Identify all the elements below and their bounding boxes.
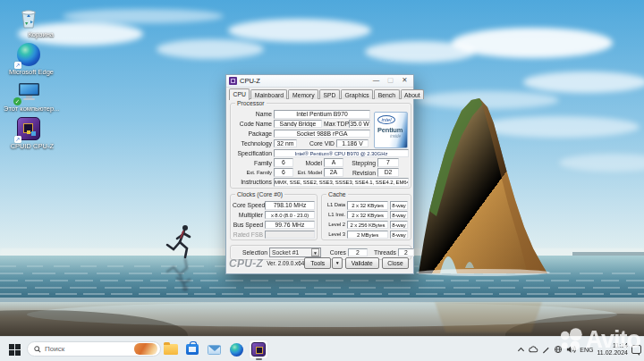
field-label: Multiplier [233,211,263,219]
group-label: Processor [235,99,267,107]
minimize-button[interactable]: — [370,76,382,86]
search-highlight-image[interactable] [134,343,157,355]
cpuz-app-icon [229,77,237,85]
search-icon [34,346,41,353]
validate-button[interactable]: Validate [345,257,379,269]
folder-icon [164,344,178,355]
field-label: Max TDP [324,120,347,128]
network-globe-icon[interactable] [554,345,563,354]
cache-group: Cache L1 Data 2 x 32 KBytes 8-way L1 Ins… [321,194,411,240]
taskbar-search[interactable]: Поиск [27,341,161,357]
tab-about[interactable]: About [401,89,425,99]
store-icon [186,344,199,355]
close-button-footer[interactable]: Close [382,257,409,269]
l2-field: 2 x 256 KBytes [347,221,388,230]
field-label: Ext. Family [233,169,272,177]
code-name-field: Sandy Bridge [274,120,322,129]
desktop-icon-label: CPUID CPU-Z [4,143,54,151]
field-label: Name [233,110,272,118]
group-label: Clocks (Core #0) [235,190,284,198]
recycle-bin-icon [15,5,42,30]
tools-button[interactable]: Tools [304,257,331,269]
field-label: L1 Data [324,201,345,209]
system-tray: ENG 11:14 11.02.2024 [517,337,641,361]
edge-icon: ↗ [15,43,42,68]
taskbar: Поиск [0,336,644,361]
field-label: Instructions [233,178,272,186]
field-label: Technology [233,139,272,147]
volume-icon[interactable] [566,345,576,354]
maximize-button: ▢ [385,76,396,86]
field-label: Stepping [345,159,376,167]
l3-field: 2 MBytes [347,231,388,239]
tab-spd[interactable]: SPD [319,89,340,99]
cpuz-footer-logo: CPU-Z [229,257,263,270]
check-badge-icon: ✓ [13,97,21,105]
desktop-icon-recycle-bin[interactable]: Корзина [4,5,54,39]
taskbar-mail[interactable] [205,340,223,358]
field-label: Level 2 [324,221,345,229]
notification-center-icon[interactable] [631,345,641,354]
family-field: 6 [274,158,293,167]
taskbar-edge[interactable] [227,340,245,358]
open-app-indicator [256,358,262,360]
field-label: Level 3 [324,231,345,239]
tab-cpu[interactable]: CPU [229,88,250,100]
taskbar-store[interactable] [183,340,201,358]
desktop-icon-edge[interactable]: ↗ Microsoft Edge [4,43,54,77]
max-tdp-field: 35.0 W [349,120,370,129]
cpu-name-field: Intel Pentium B970 [274,110,370,119]
taskbar-cpuz[interactable] [250,340,267,358]
edge-icon [230,343,243,357]
revision-field: D2 [377,168,399,177]
close-button[interactable]: ✕ [399,76,411,86]
taskbar-file-explorer[interactable] [162,340,180,358]
l3-ways-field: 8-way [390,231,408,239]
package-field: Socket 988B rPGA [274,130,370,139]
search-placeholder: Поиск [45,345,131,353]
core-speed-field: 798.10 MHz [265,201,315,210]
clock[interactable]: 11:14 11.02.2024 [597,342,628,357]
field-label: L1 Inst. [324,211,345,219]
bus-speed-field: 99.76 MHz [265,221,315,230]
start-button[interactable] [5,340,23,358]
field-label: Core VID [299,139,335,147]
mail-icon [208,345,221,355]
l1-data-ways-field: 8-way [390,201,408,210]
cpuz-titlebar[interactable]: CPU-Z — ▢ ✕ [226,75,413,88]
field-label: Code Name [233,120,272,128]
instructions-field: MMX, SSE, SSE2, SSE3, SSSE3, SSE4.1, SSE… [274,178,409,187]
core-vid-field: 1.186 V [336,139,369,148]
group-label: Cache [326,190,348,198]
tray-chevron-up-icon[interactable] [517,346,525,353]
desktop-icon-label: Microsoft Edge [4,69,54,77]
desktop-icon-label: Этот компьютер... [4,105,54,113]
field-label: Rated FSB [233,231,263,239]
clocks-group: Clocks (Core #0) Core Speed 798.10 MHz M… [230,194,318,240]
ext-family-field: 6 [274,168,293,177]
model-field: A [324,158,343,167]
l1-data-field: 2 x 32 KBytes [347,201,388,210]
windows-logo-icon [9,344,21,356]
shortcut-arrow-icon: ↗ [14,62,21,69]
desktop-icon-column: Корзина ↗ Microsoft Edge ✓ Эт [4,5,54,154]
onedrive-cloud-icon[interactable] [529,346,538,353]
field-label: Revision [345,169,376,177]
pen-icon[interactable] [542,346,550,354]
desktop-icon-this-pc[interactable]: ✓ Этот компьютер... [4,80,54,113]
desktop-icon-cpuz[interactable]: ↗ CPUID CPU-Z [4,117,54,151]
field-label: Core Speed [233,201,263,209]
language-indicator[interactable]: ENG [580,347,593,353]
tray-date: 11.02.2024 [597,349,628,357]
field-label: Model [295,159,322,167]
tray-time: 11:14 [597,342,628,349]
tools-dropdown-arrow[interactable]: ▼ [332,257,343,269]
tab-bench[interactable]: Bench [374,89,399,99]
tab-mainboard[interactable]: Mainboard [250,89,287,99]
tab-graphics[interactable]: Graphics [341,89,373,99]
field-label: Specification [233,149,272,157]
cpuz-window: CPU-Z — ▢ ✕ CPUMainboardMemorySPDGraphic… [225,74,414,274]
stepping-field: 7 [377,158,399,167]
tab-memory[interactable]: Memory [288,89,318,99]
cpuz-icon [251,342,266,357]
